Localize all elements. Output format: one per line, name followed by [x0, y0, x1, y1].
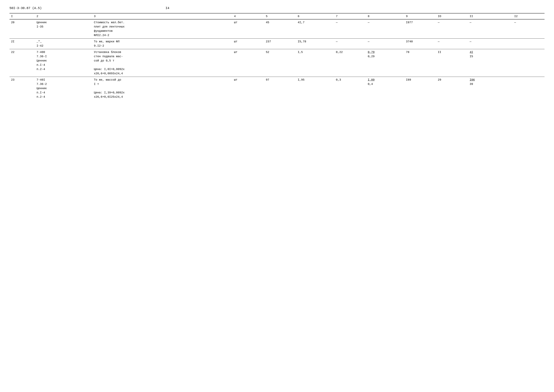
row-22-col11-line1: 4I: [470, 51, 473, 54]
row-22-col6: I,5: [296, 49, 334, 77]
col-header-10: IO: [436, 13, 468, 19]
row-23-col2: 7-40I 7.36-2 Ценник п.I-4 п.2-4: [35, 77, 92, 100]
row-23-col11-line1: I06: [470, 78, 475, 81]
row-21-col8: —: [366, 39, 404, 49]
row-21-col12: [512, 39, 545, 49]
col-header-4: 4: [232, 13, 264, 19]
row-23-col3: То же, массой до I т Цена: I,39+0,0092x …: [92, 77, 232, 100]
row-20-col2: ЦенникI-35: [35, 19, 92, 39]
row-21-col10: —: [436, 39, 468, 49]
row-23-col4: шт: [232, 77, 264, 100]
row-23-col11: I06 39: [468, 77, 512, 100]
col-header-1: I: [9, 13, 35, 19]
col-header-11: II: [468, 13, 512, 19]
row-22-col5: 52: [264, 49, 296, 77]
row-21-col6: I5,78: [296, 39, 334, 49]
row-22-col9: 78: [404, 49, 436, 77]
row-20-col12: —: [512, 19, 545, 39]
col-header-5: 5: [264, 13, 296, 19]
row-23-col7: 0,3: [334, 77, 366, 100]
row-23-col1: 23: [9, 77, 35, 100]
row-21-col1: 2I: [9, 39, 35, 49]
row-23-col12: [512, 77, 545, 100]
page-number: I4: [42, 6, 293, 10]
row-22-col3: Установка блоков стен подвала мас- сой д…: [92, 49, 232, 77]
row-20-col10: —: [436, 19, 468, 39]
row-22-col8: 0,79 0,29: [366, 49, 404, 77]
row-23-col9: I89: [404, 77, 436, 100]
main-table: I 2 3 4 5 6 7 8 9 IO II I2 20 ЦенникI-35…: [9, 13, 545, 100]
row-21-col9: 3740: [404, 39, 436, 49]
row-21-col5: 237: [264, 39, 296, 49]
col-header-7: 7: [334, 13, 366, 19]
row-22-col2: 7-400 7.36-I Ценник п.I-4 п.2-4: [35, 49, 92, 77]
row-22-col10: II: [436, 49, 468, 77]
row-21-col2: _"_I-42: [35, 39, 92, 49]
row-22-col11: 4I I5: [468, 49, 512, 77]
row-20-col3: Стоимость жел.бет. плит для ленточных фу…: [92, 19, 232, 39]
col-header-3: 3: [92, 13, 232, 19]
row-20-col6: 4I,7: [296, 19, 334, 39]
col-header-9: 9: [404, 13, 436, 19]
page-header: 50I-3-30.87 (A.5) I4: [9, 6, 545, 10]
row-21-col11: —: [468, 39, 512, 49]
row-22-col8-line1: 0,79: [368, 51, 374, 54]
row-23-col6: I,95: [296, 77, 334, 100]
col-header-2: 2: [35, 13, 92, 19]
row-20-col4: шт: [232, 19, 264, 39]
table-header-row: I 2 3 4 5 6 7 8 9 IO II I2: [9, 13, 545, 19]
row-23-col8-line1: I,09: [368, 78, 374, 81]
table-row: 23 7-40I 7.36-2 Ценник п.I-4 п.2-4 То же…: [9, 77, 545, 100]
row-22-col4: шт: [232, 49, 264, 77]
table-row: 22 7-400 7.36-I Ценник п.I-4 п.2-4 Устан…: [9, 49, 545, 77]
col-header-6: 6: [296, 13, 334, 19]
row-20-col5: 45: [264, 19, 296, 39]
row-22-col7: 0,22: [334, 49, 366, 77]
row-20-col9: I877: [404, 19, 436, 39]
col-header-12: I2: [512, 13, 545, 19]
row-20-col11: —: [468, 19, 512, 39]
row-20-col7: —: [334, 19, 366, 39]
row-22-col1: 22: [9, 49, 35, 77]
row-21-col4: шт: [232, 39, 264, 49]
row-21-col7: —: [334, 39, 366, 49]
row-22-col12: [512, 49, 545, 77]
row-23-col8: I,09 0,4: [366, 77, 404, 100]
row-21-col3: То же, марки ФЛ 9.I2-2: [92, 39, 232, 49]
table-row: 20 ЦенникI-35 Стоимость жел.бет. плит дл…: [9, 19, 545, 39]
row-20-col8: —: [366, 19, 404, 39]
col-header-8: 8: [366, 13, 404, 19]
row-20-col1: 20: [9, 19, 35, 39]
table-row: 2I _"_I-42 То же, марки ФЛ 9.I2-2 шт 237…: [9, 39, 545, 49]
row-23-col5: 97: [264, 77, 296, 100]
doc-id: 50I-3-30.87 (A.5): [9, 6, 42, 10]
row-23-col10: 29: [436, 77, 468, 100]
